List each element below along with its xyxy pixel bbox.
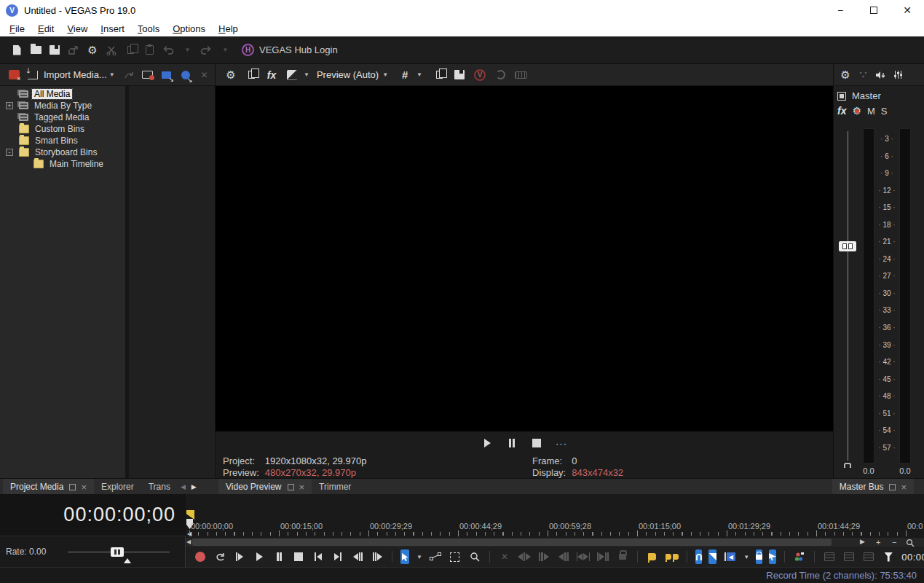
tab-trans[interactable]: Trans: [141, 479, 178, 495]
menu-view[interactable]: View: [60, 23, 94, 34]
selection-edit-tool-button[interactable]: [449, 549, 462, 564]
chevron-down-icon[interactable]: ▼: [304, 71, 309, 78]
insert-marker-button[interactable]: [646, 549, 659, 564]
previous-frame-button[interactable]: [351, 549, 364, 564]
tree-item-media-by-type[interactable]: +Media By Type: [0, 100, 125, 111]
expander-icon[interactable]: +: [6, 102, 13, 109]
lock-envelopes-button[interactable]: [756, 549, 762, 564]
tree-item-all-media[interactable]: All Media: [0, 88, 125, 100]
menu-options[interactable]: Options: [166, 23, 212, 34]
master-fx-button[interactable]: fx: [837, 105, 846, 117]
loop-playback-button[interactable]: [213, 549, 226, 564]
save-snapshot-button[interactable]: [450, 66, 469, 85]
tree-item-custom-bins[interactable]: Custom Bins: [0, 123, 125, 135]
tab-master-bus[interactable]: Master Bus×: [832, 479, 914, 495]
float-window-icon[interactable]: [889, 484, 896, 490]
chevron-down-icon[interactable]: ▼: [743, 554, 749, 560]
automation-settings-button[interactable]: ⚙: [852, 106, 861, 116]
media-manager-button[interactable]: [4, 66, 23, 85]
tab-trimmer[interactable]: Trimmer: [312, 479, 358, 495]
tab-scroll-left-icon[interactable]: ◀: [178, 483, 189, 490]
ignore-event-grouping-button[interactable]: [769, 549, 776, 564]
menu-help[interactable]: Help: [212, 23, 245, 34]
menu-insert[interactable]: Insert: [94, 23, 131, 34]
preview-quality-button[interactable]: Preview (Auto): [317, 69, 379, 80]
insert-region-button[interactable]: [666, 549, 679, 564]
scroll-right-icon[interactable]: ▶: [860, 538, 865, 545]
dim-output-button[interactable]: [873, 66, 888, 85]
chevron-down-icon[interactable]: ▼: [382, 71, 388, 78]
event-interaction-button[interactable]: [882, 549, 895, 564]
auto-ripple-button[interactable]: [708, 549, 716, 564]
volume-fader-handle[interactable]: [839, 241, 856, 251]
close-icon[interactable]: ×: [81, 482, 87, 493]
get-from-web-button[interactable]: [176, 66, 195, 85]
record-button[interactable]: [194, 549, 207, 564]
stop-button[interactable]: [292, 549, 305, 564]
extract-audio-button[interactable]: [138, 66, 157, 85]
tree-item-storyboard-bins[interactable]: -Storyboard Bins: [0, 146, 125, 158]
ripple-mode-button[interactable]: ◀: [723, 549, 736, 564]
tab-scroll-right-icon[interactable]: ▶: [189, 483, 200, 490]
normal-edit-tool-button[interactable]: [400, 549, 409, 564]
menu-file[interactable]: File: [3, 23, 31, 34]
timeline-scrollbar[interactable]: ◀ ▶ + −: [186, 538, 924, 547]
open-button[interactable]: [26, 41, 45, 60]
close-icon[interactable]: ×: [299, 482, 305, 493]
loop-region-marker[interactable]: [186, 510, 194, 520]
play-button[interactable]: [253, 549, 266, 564]
get-from-device-button[interactable]: [157, 66, 176, 85]
close-icon[interactable]: ×: [901, 482, 907, 493]
split-screen-view-button[interactable]: [283, 66, 301, 85]
chevron-down-icon[interactable]: ▼: [416, 554, 422, 560]
preview-play-button[interactable]: [481, 436, 494, 450]
pause-button[interactable]: [272, 549, 285, 564]
mute-button[interactable]: M: [867, 106, 875, 117]
chevron-down-icon[interactable]: ▼: [109, 71, 115, 78]
preview-more-button[interactable]: ···: [555, 436, 568, 450]
external-monitor-button[interactable]: [242, 66, 261, 85]
menu-tools[interactable]: Tools: [131, 23, 166, 34]
tree-item-smart-bins[interactable]: Smart Bins: [0, 135, 125, 146]
mixer-button[interactable]: [793, 549, 806, 564]
overlays-button[interactable]: #: [395, 66, 414, 85]
video-fx-button[interactable]: fx: [262, 66, 281, 85]
video-preview-screen[interactable]: [216, 86, 833, 431]
tab-video-preview[interactable]: Video Preview×: [218, 479, 312, 495]
go-to-start-button[interactable]: [312, 549, 325, 564]
scroll-left-icon[interactable]: ◀: [186, 539, 191, 545]
copy-snapshot-button[interactable]: [430, 66, 449, 85]
new-project-button[interactable]: [7, 41, 26, 60]
enable-snapping-button[interactable]: [695, 549, 702, 564]
tree-item-tagged-media[interactable]: Tagged Media: [0, 111, 125, 123]
menu-edit[interactable]: Edit: [31, 23, 60, 34]
save-button[interactable]: [45, 41, 64, 60]
rate-reset-marker[interactable]: [124, 558, 131, 563]
scrollbar-thumb[interactable]: [192, 539, 832, 546]
zoom-edit-tool-button[interactable]: [468, 549, 481, 564]
tab-project-media[interactable]: Project Media×: [3, 479, 94, 495]
expander-icon[interactable]: -: [6, 149, 13, 156]
zoom-out-button[interactable]: −: [892, 538, 896, 547]
timecode-display[interactable]: 00:00:00;00: [0, 494, 186, 536]
import-media-icon-button[interactable]: [23, 66, 42, 85]
next-frame-button[interactable]: [371, 549, 384, 564]
rate-slider-handle[interactable]: [111, 547, 124, 557]
mixing-console-button[interactable]: [891, 66, 905, 85]
tree-item-main-timeline[interactable]: Main Timeline: [0, 158, 125, 170]
mixer-properties-button[interactable]: ⚙: [838, 66, 853, 85]
envelope-edit-tool-button[interactable]: [429, 549, 442, 564]
go-to-end-button[interactable]: [331, 549, 344, 564]
play-from-start-button[interactable]: [233, 549, 246, 564]
import-media-button[interactable]: Import Media...: [44, 69, 107, 80]
float-window-icon[interactable]: [288, 484, 294, 490]
zoom-in-button[interactable]: +: [876, 538, 880, 547]
float-window-icon[interactable]: [69, 484, 76, 490]
solo-button[interactable]: S: [881, 106, 888, 117]
preview-pause-button[interactable]: [505, 436, 518, 450]
preview-properties-button[interactable]: ⚙: [221, 66, 240, 85]
close-button[interactable]: ✕: [891, 0, 924, 20]
vegas-capture-button[interactable]: V: [470, 66, 489, 85]
vegas-hub-login-button[interactable]: H VEGAS Hub Login: [242, 44, 338, 56]
chevron-down-icon[interactable]: ▼: [416, 71, 422, 78]
